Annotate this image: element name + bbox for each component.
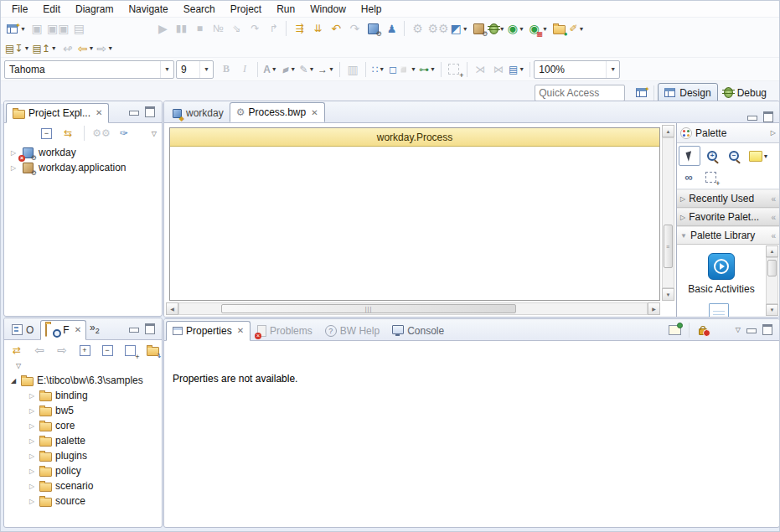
pin-drawer-icon[interactable]: « bbox=[771, 194, 776, 204]
line-color-button[interactable]: ✎▼ bbox=[298, 60, 317, 79]
link-with-editor-button[interactable]: ⇆ bbox=[59, 124, 77, 142]
align-dropdown[interactable]: ▼ bbox=[410, 66, 417, 72]
more-views-button[interactable]: »2 bbox=[87, 322, 102, 335]
font-color-button[interactable]: A▼ bbox=[261, 60, 280, 79]
forward-dropdown[interactable]: ▼ bbox=[106, 45, 114, 51]
scroll-down-icon[interactable]: ▼ bbox=[662, 288, 674, 301]
fill-color-button[interactable]: ▰▼ bbox=[280, 60, 298, 79]
font-color-dropdown[interactable]: ▼ bbox=[271, 66, 278, 72]
italic-button[interactable]: I bbox=[235, 60, 254, 79]
fe-go-into-button[interactable]: ↴ bbox=[143, 341, 162, 359]
tree-item-binding[interactable]: ▷binding bbox=[4, 388, 162, 403]
palette-header[interactable]: Palette ▷ bbox=[677, 123, 779, 143]
next-annotation-button[interactable]: ▤↧▼ bbox=[4, 39, 31, 58]
menu-run[interactable]: Run bbox=[269, 3, 302, 16]
fe-select-button[interactable] bbox=[121, 341, 139, 359]
project-explorer-minimize-button[interactable] bbox=[129, 111, 139, 116]
show-advanced-button[interactable] bbox=[694, 321, 712, 339]
note-tool[interactable]: ▼ bbox=[746, 147, 772, 165]
join-button[interactable]: ⋊ bbox=[471, 60, 489, 79]
editor-minimize-button[interactable] bbox=[747, 116, 757, 121]
gears-button[interactable]: ⚙⚙ bbox=[426, 19, 449, 38]
view-panes-dropdown[interactable]: ▼ bbox=[518, 66, 525, 72]
forward-button[interactable]: ⇨▼ bbox=[96, 39, 116, 58]
palette-collapse-arrow[interactable]: ▷ bbox=[771, 129, 776, 137]
file-explorer-close-icon[interactable]: ✕ bbox=[75, 325, 81, 334]
tree-item-bw5[interactable]: ▷bw5 bbox=[4, 403, 162, 418]
expand-arrow-icon[interactable]: ▷ bbox=[9, 164, 18, 172]
measure-button[interactable]: ◩▼ bbox=[450, 19, 470, 38]
perspective-debug-button[interactable]: Debug bbox=[718, 84, 772, 102]
save-all-button[interactable]: ▣▣ bbox=[46, 19, 70, 38]
sync-button[interactable]: ⚙⚙ bbox=[91, 124, 111, 142]
step-return-button[interactable]: ↱ bbox=[264, 19, 282, 38]
arrow-type-dropdown[interactable]: ▼ bbox=[328, 66, 335, 72]
vscroll-thumb[interactable]: ≡ bbox=[664, 225, 673, 268]
expand-arrow-icon[interactable]: ▷ bbox=[28, 452, 36, 460]
zoom-combo[interactable]: 100%▼ bbox=[534, 60, 620, 79]
pin-drawer-icon[interactable]: « bbox=[771, 231, 776, 240]
fe-collapse-all-button[interactable]: − bbox=[98, 341, 116, 359]
split-button[interactable]: ⋈ bbox=[489, 60, 508, 79]
show-execution-button[interactable]: ⇶ bbox=[290, 19, 308, 38]
drawer-expand-arrow[interactable]: ▷ bbox=[680, 195, 685, 203]
link-tool[interactable]: ∞ bbox=[679, 168, 699, 186]
properties-close-icon[interactable]: ✕ bbox=[237, 326, 244, 335]
scroll-right-icon[interactable]: ▶ bbox=[648, 302, 660, 315]
redo-button[interactable]: ↷ bbox=[345, 19, 364, 38]
outline-tab[interactable]: O bbox=[6, 321, 39, 339]
palette-item-basic-activities[interactable]: Basic Activities bbox=[677, 253, 766, 295]
tree-item-workday-application[interactable]: ▷ ⚙ workday.application bbox=[4, 160, 162, 175]
font-name-combo[interactable]: Tahoma▼ bbox=[4, 60, 174, 79]
project-explorer-close-icon[interactable]: ✕ bbox=[96, 108, 102, 117]
marquee-tool[interactable] bbox=[700, 168, 721, 186]
open-external-button[interactable]: ● bbox=[550, 19, 568, 38]
select-shapes-button[interactable]: ∷▼ bbox=[369, 60, 388, 79]
menu-diagram[interactable]: Diagram bbox=[68, 3, 121, 16]
routing-dropdown[interactable]: ▼ bbox=[429, 66, 436, 72]
save-button[interactable]: ▣ bbox=[28, 19, 46, 38]
new-button[interactable]: ▼ bbox=[4, 19, 28, 38]
build-module-button[interactable]: ⚙ bbox=[364, 19, 382, 38]
fe-expand-all-button[interactable]: + bbox=[75, 341, 94, 359]
print-button[interactable]: ▤ bbox=[70, 19, 88, 38]
bw-help-tab[interactable]: ? BW Help bbox=[319, 322, 385, 340]
perspective-design-button[interactable]: Design bbox=[658, 83, 717, 103]
menu-search[interactable]: Search bbox=[176, 3, 223, 16]
menu-help[interactable]: Help bbox=[354, 3, 390, 16]
fe-back-button[interactable]: ⇦ bbox=[30, 341, 49, 359]
menu-file[interactable]: File bbox=[4, 3, 35, 16]
search-dropdown-arrow[interactable]: ▼ bbox=[578, 26, 586, 32]
scroll-left-icon[interactable]: ◀ bbox=[166, 302, 178, 315]
tree-item-scenario[interactable]: ▷scenario bbox=[4, 478, 162, 493]
problems-tab[interactable]: Problems bbox=[251, 322, 318, 340]
tree-item-palette[interactable]: ▷palette bbox=[4, 433, 162, 448]
line-color-dropdown[interactable]: ▼ bbox=[308, 66, 316, 72]
project-explorer-tab[interactable]: Project Expl... ✕ bbox=[6, 103, 109, 123]
expand-arrow-icon[interactable]: ▷ bbox=[28, 422, 36, 430]
collapse-arrow-icon[interactable]: ◢ bbox=[9, 377, 18, 385]
suspend-button[interactable]: ▮▮ bbox=[172, 19, 190, 38]
font-size-dropdown-arrow[interactable]: ▼ bbox=[199, 61, 213, 78]
gear-button[interactable]: ⚙ bbox=[408, 19, 426, 38]
expand-arrow-icon[interactable]: ▷ bbox=[28, 498, 36, 505]
editor-tab-workday[interactable]: ◆ workday bbox=[165, 104, 230, 122]
open-perspective-button[interactable] bbox=[632, 84, 650, 102]
tree-item-core[interactable]: ▷core bbox=[4, 418, 162, 433]
menu-navigate[interactable]: Navigate bbox=[121, 3, 175, 16]
undo-button[interactable]: ↶ bbox=[327, 19, 345, 38]
search-button[interactable]: ✐▼ bbox=[568, 19, 586, 38]
properties-minimize-button[interactable] bbox=[746, 328, 757, 333]
drawer-collapse-arrow[interactable]: ▼ bbox=[680, 232, 687, 240]
font-name-dropdown-arrow[interactable]: ▼ bbox=[160, 61, 173, 78]
properties-view-menu[interactable]: ▽ bbox=[736, 326, 741, 333]
tree-root-samples[interactable]: ◢ E:\tibco\bw\6.3\samples bbox=[4, 373, 162, 388]
pin-editor-button[interactable] bbox=[666, 321, 684, 339]
step-into-button[interactable]: ⇘ bbox=[227, 19, 245, 38]
run-dropdown-arrow[interactable]: ▼ bbox=[518, 26, 525, 32]
expand-arrow-icon[interactable]: ▷ bbox=[28, 392, 36, 400]
console-tab[interactable]: Console bbox=[386, 322, 450, 340]
process-body[interactable] bbox=[170, 147, 659, 300]
scroll-down-icon[interactable]: ▼ bbox=[766, 304, 778, 316]
measure-dropdown-arrow[interactable]: ▼ bbox=[462, 26, 469, 32]
